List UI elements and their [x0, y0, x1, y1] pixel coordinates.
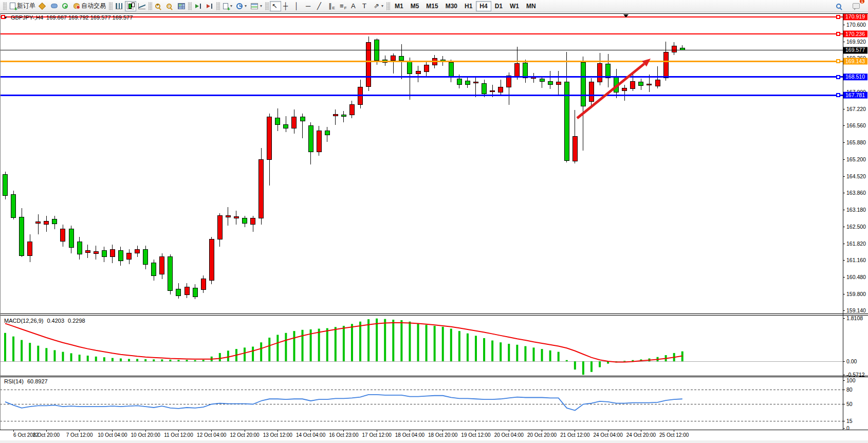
cursor-icon: ↖ — [272, 3, 278, 9]
tf-h1-button[interactable]: H1 — [461, 1, 476, 11]
toolbar-grip[interactable] — [265, 2, 269, 10]
new-chart-button[interactable]: ▾ — [221, 1, 234, 11]
chart-title: ▼ GBPJPY-,H4 169.667 169.792 169.577 169… — [4, 14, 133, 21]
new-order-button[interactable]: 新订单 — [8, 1, 38, 11]
macd-histogram-bar — [326, 328, 328, 361]
macd-histogram-bar — [566, 360, 568, 361]
macd-histogram-bar — [260, 342, 262, 361]
toolbar-group-zoom — [153, 0, 187, 12]
time-tick-label: 18 Oct 20:00 — [428, 432, 458, 438]
templates-button[interactable]: ▾ — [249, 1, 264, 11]
macd-histogram-bar — [623, 361, 625, 361]
text-label-button[interactable]: T — [360, 1, 372, 11]
tf-w1-label: W1 — [510, 3, 519, 10]
toolbar-grip[interactable] — [109, 2, 113, 10]
line-handle[interactable] — [837, 60, 840, 63]
trendline-button[interactable]: ╱ — [315, 1, 326, 11]
macd-histogram-bar — [202, 360, 205, 361]
bar-chart-button[interactable] — [114, 1, 125, 11]
macd-histogram-bar — [21, 340, 23, 361]
tf-m30-button[interactable]: M30 — [442, 1, 461, 11]
chevron-down-icon[interactable]: ▾ — [260, 4, 262, 8]
vertical-line-button[interactable]: │ — [292, 1, 304, 11]
chart-shift-icon — [206, 3, 213, 9]
candle — [168, 254, 173, 294]
macd-histogram-bar — [53, 350, 56, 361]
charts-window-button[interactable] — [49, 1, 60, 11]
tf-h4-button[interactable]: H4 — [476, 1, 491, 11]
crosshair-button[interactable]: ┼ — [281, 1, 292, 11]
channel-button[interactable]: ∥E — [326, 1, 338, 11]
tf-m1-button[interactable]: M1 — [391, 1, 407, 11]
macd-histogram-bar — [227, 350, 229, 361]
arrows-button[interactable]: ⇗▾ — [372, 1, 385, 11]
tf-m5-button[interactable]: M5 — [407, 1, 423, 11]
macd-histogram-bar — [367, 319, 370, 361]
candle-chart-button[interactable] — [125, 1, 136, 11]
notifications-button[interactable]: 1 — [851, 1, 862, 11]
macd-histogram-bar — [359, 322, 361, 361]
fibonacci-button[interactable]: ≡F — [338, 1, 349, 11]
autotrading-button[interactable]: 自动交易 — [71, 1, 108, 11]
chart-canvas[interactable]: 170.600169.920169.260167.900167.220166.5… — [0, 12, 868, 443]
chevron-down-icon[interactable]: ▾ — [245, 4, 247, 8]
line-handle[interactable] — [837, 32, 840, 35]
tf-m15-button[interactable]: M15 — [422, 1, 441, 11]
tile-windows-button[interactable] — [176, 1, 187, 11]
time-tick-label: 12 Oct 20:00 — [230, 432, 260, 438]
tf-m5-label: M5 — [411, 3, 419, 10]
toolbar-group-draw-tools: ↖┼│─╱∥E≡FAT⇗▾ — [270, 0, 385, 12]
price-tick-label: 170.600 — [846, 22, 866, 28]
macd-histogram-bar — [70, 353, 72, 361]
chevron-down-icon[interactable]: ▾ — [381, 4, 383, 8]
time-tick-label: 24 Oct 04:00 — [593, 432, 623, 438]
tf-mn-button[interactable]: MN — [523, 1, 540, 11]
cursor-button[interactable]: ↖ — [270, 1, 281, 11]
zoom-in-button[interactable] — [153, 1, 164, 11]
macd-histogram-bar — [45, 348, 47, 361]
macd-histogram-bar — [219, 353, 221, 361]
macd-histogram-bar — [4, 333, 6, 361]
macd-histogram-bar — [144, 359, 146, 361]
profile-button[interactable] — [38, 1, 49, 11]
macd-histogram-bar — [384, 319, 386, 361]
tf-mn-label: MN — [526, 3, 536, 10]
line-chart-button[interactable] — [136, 1, 147, 11]
toolbar-grip[interactable] — [188, 2, 192, 10]
macd-histogram-bar — [136, 359, 138, 361]
zoom-out-button[interactable] — [164, 1, 176, 11]
tf-d1-button[interactable]: D1 — [491, 1, 506, 11]
line-handle[interactable] — [837, 15, 840, 19]
svg-text:169.577: 169.577 — [845, 47, 865, 53]
time-tick-label: 12 Oct 04:00 — [197, 432, 227, 438]
tf-w1-button[interactable]: W1 — [506, 1, 523, 11]
macd-histogram-bar — [590, 361, 593, 372]
search-button[interactable] — [834, 1, 845, 11]
macd-indicator-label: MACD(12,26,9) 0.4203 0.2298 — [4, 318, 85, 324]
time-tick-label: 25 Oct 12:00 — [659, 432, 689, 438]
horizontal-line-button[interactable]: ─ — [304, 1, 315, 11]
trendline-icon: ╱ — [317, 3, 321, 9]
price-tick-label: 169.920 — [846, 39, 866, 45]
line-handle[interactable] — [837, 94, 840, 97]
chevron-down-icon[interactable]: ▾ — [230, 4, 232, 8]
toolbar-grip[interactable] — [386, 2, 390, 10]
text-button[interactable]: A — [349, 1, 360, 11]
svg-text:169.143: 169.143 — [845, 58, 865, 64]
toolbar-grip[interactable] — [3, 2, 7, 10]
toolbar-right: 1 — [834, 1, 866, 11]
macd-histogram-bar — [516, 345, 518, 361]
toolbar-grip[interactable] — [216, 2, 220, 10]
price-tick-label: 162.500 — [846, 224, 866, 230]
periods-button[interactable]: ▾ — [234, 1, 249, 11]
signals-button[interactable] — [60, 1, 71, 11]
macd-histogram-bar — [475, 336, 477, 361]
auto-scroll-button[interactable] — [193, 1, 204, 11]
price-tick-label: 161.160 — [846, 257, 866, 263]
macd-histogram-bar — [491, 341, 493, 361]
line-handle[interactable] — [837, 76, 840, 79]
chart-shift-button[interactable] — [204, 1, 215, 11]
one-click-trading-caret-icon[interactable]: ▼ — [4, 15, 8, 20]
time-tick-label: 14 Oct 04:00 — [296, 432, 326, 438]
toolbar-grip[interactable] — [149, 2, 152, 10]
